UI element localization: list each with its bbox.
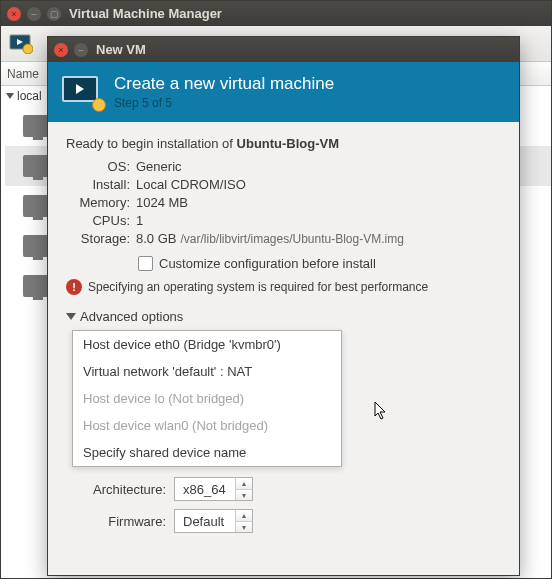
warning-row: ! Specifying an operating system is requ…: [66, 279, 501, 295]
ready-text: Ready to begin installation of Ubuntu-Bl…: [66, 136, 501, 151]
os-value: Generic: [136, 159, 182, 174]
advanced-toggle[interactable]: Advanced options: [66, 309, 501, 324]
dropdown-option[interactable]: Specify shared device name: [73, 439, 341, 466]
spinner-down-icon[interactable]: ▼: [236, 489, 252, 500]
memory-label: Memory:: [66, 195, 130, 210]
minimize-icon[interactable]: –: [27, 7, 41, 21]
new-vm-dialog: × – New VM Create a new virtual machine …: [47, 36, 520, 576]
window-title: Virtual Machine Manager: [69, 6, 222, 21]
memory-value: 1024 MB: [136, 195, 188, 210]
customize-row: Customize configuration before install: [138, 256, 501, 271]
svg-point-2: [23, 44, 33, 54]
customize-label: Customize configuration before install: [159, 256, 376, 271]
arch-value: x86_64: [175, 482, 235, 497]
monitor-icon: [62, 76, 98, 102]
new-vm-button[interactable]: [7, 30, 35, 58]
storage-label: Storage:: [66, 231, 130, 246]
dialog-body: Ready to begin installation of Ubuntu-Bl…: [48, 122, 519, 551]
expander-icon[interactable]: [5, 91, 15, 101]
chevron-down-icon: [66, 313, 76, 320]
main-titlebar[interactable]: × – ▢ Virtual Machine Manager: [1, 1, 551, 26]
arch-label: Architecture:: [66, 482, 166, 497]
window-controls: × – ▢: [7, 7, 61, 21]
dialog-header-icon: [62, 76, 102, 108]
spinner-down-icon[interactable]: ▼: [236, 521, 252, 532]
install-label: Install:: [66, 177, 130, 192]
storage-path: /var/lib/libvirt/images/Ubuntu-Blog-VM.i…: [180, 232, 403, 246]
firmware-value: Default: [175, 514, 235, 529]
os-label: OS:: [66, 159, 130, 174]
spinner-up-icon[interactable]: ▲: [236, 478, 252, 489]
monitor-icon: [9, 34, 33, 54]
network-dropdown-list[interactable]: Host device eth0 (Bridge 'kvmbr0') Virtu…: [72, 330, 342, 467]
spinner-up-icon[interactable]: ▲: [236, 510, 252, 521]
dropdown-option[interactable]: Virtual network 'default' : NAT: [73, 358, 341, 385]
cpus-label: CPUs:: [66, 213, 130, 228]
svg-marker-3: [6, 93, 14, 99]
maximize-icon[interactable]: ▢: [47, 7, 61, 21]
install-value: Local CDROM/ISO: [136, 177, 246, 192]
storage-value: 8.0 GB/var/lib/libvirt/images/Ubuntu-Blo…: [136, 231, 404, 246]
close-icon[interactable]: ×: [54, 43, 68, 57]
firmware-select[interactable]: Default ▲▼: [174, 509, 253, 533]
cpus-value: 1: [136, 213, 143, 228]
firmware-label: Firmware:: [66, 514, 166, 529]
dialog-title: New VM: [96, 42, 146, 57]
vm-name: Ubuntu-Blog-VM: [237, 136, 340, 151]
play-icon: [76, 84, 84, 94]
minimize-icon[interactable]: –: [74, 43, 88, 57]
ready-prefix: Ready to begin installation of: [66, 136, 237, 151]
dropdown-option[interactable]: Host device eth0 (Bridge 'kvmbr0'): [73, 331, 341, 358]
advanced-label: Advanced options: [80, 309, 183, 324]
close-icon[interactable]: ×: [7, 7, 21, 21]
arch-select[interactable]: x86_64 ▲▼: [174, 477, 253, 501]
step-indicator: Step 5 of 5: [114, 96, 334, 110]
warning-text: Specifying an operating system is requir…: [88, 280, 428, 294]
dialog-header: Create a new virtual machine Step 5 of 5: [48, 62, 519, 122]
new-badge-icon: [92, 98, 106, 112]
tree-host-label: local: [17, 89, 42, 103]
dialog-titlebar[interactable]: × – New VM: [48, 37, 519, 62]
customize-checkbox[interactable]: [138, 256, 153, 271]
warning-icon: !: [66, 279, 82, 295]
dialog-header-title: Create a new virtual machine: [114, 74, 334, 94]
dropdown-option: Host device lo (Not bridged): [73, 385, 341, 412]
window-controls: × –: [54, 43, 88, 57]
dropdown-option: Host device wlan0 (Not bridged): [73, 412, 341, 439]
